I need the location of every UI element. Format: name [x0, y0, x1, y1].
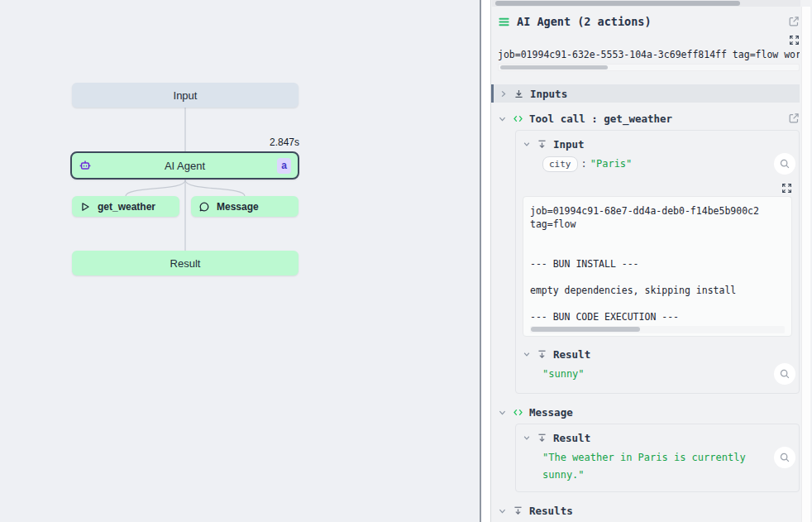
run-details-panel: AI Agent (2 actions) job=019 [490, 0, 812, 522]
tool-result-label: Result [553, 348, 590, 361]
tool-result-row: "sunny" [542, 366, 792, 386]
node-ai-agent[interactable]: AI Agent a [70, 151, 299, 180]
flow-canvas[interactable]: Input 2.847s AI Agent a get_weather [0, 0, 480, 522]
code-icon [513, 113, 523, 124]
tool-log-box: job=01994c91-68e7-dd4a-deb0-f14be5b900c2… [523, 196, 792, 337]
tool-log-scrollbar-thumb[interactable] [531, 327, 640, 332]
panel-resize-handle[interactable] [481, 0, 490, 522]
tool-log-text: job=01994c91-68e7-dd4a-deb0-f14be5b900c2… [530, 204, 785, 323]
panel-header: AI Agent (2 actions) [498, 13, 800, 30]
chevron-down-icon [523, 350, 531, 358]
chevron-down-icon [523, 140, 531, 148]
node-result-label: Result [170, 257, 201, 270]
chevron-down-icon [498, 408, 507, 417]
chevron-down-icon [498, 114, 507, 123]
agent-badge[interactable]: a [277, 158, 291, 174]
arrow-down-from-bar-icon [513, 505, 523, 516]
panel-top-scrollbar [492, 0, 800, 7]
inspect-value-button[interactable] [774, 153, 795, 175]
tool-call-body: Input city:"Paris" [515, 130, 800, 394]
message-title: Message [529, 406, 573, 419]
node-input-label: Input [174, 89, 198, 102]
tool-result-value: "sunny" [542, 368, 585, 380]
tool-input-label: Input [553, 138, 585, 151]
chevron-down-icon [498, 506, 507, 515]
message-result-label: Result [553, 432, 590, 444]
agent-duration: 2.847s [70, 136, 299, 148]
node-result[interactable]: Result [72, 251, 299, 275]
message-body: Result "The weather in Paris is currentl… [515, 424, 800, 492]
message-result-header[interactable]: Result [523, 430, 792, 445]
tool-log-scrollbar [530, 326, 785, 333]
robot-icon [79, 159, 92, 172]
code-icon [513, 407, 523, 418]
param-key-pill: city [542, 156, 578, 172]
inspect-result-button[interactable] [774, 363, 795, 385]
download-icon [513, 89, 524, 99]
node-ai-agent-label: AI Agent [72, 160, 298, 172]
section-inputs[interactable]: Inputs [491, 84, 800, 103]
section-message-header[interactable]: Message [498, 404, 800, 420]
param-value: "Paris" [590, 158, 633, 170]
expand-tool-log-button[interactable] [781, 182, 792, 194]
chevron-right-icon [499, 89, 508, 98]
message-result-row: "The weather in Paris is currently sunny… [542, 449, 792, 484]
section-tool-call-header[interactable]: Tool call : get_weather [498, 110, 800, 127]
node-input[interactable]: Input [72, 83, 299, 108]
message-result-value: "The weather in Paris is currently sunny… [542, 452, 746, 481]
tool-call-open-external-button[interactable] [788, 113, 800, 124]
agent-job-log: job=01994c91-632e-5553-104a-3c69eff814ff… [498, 49, 800, 61]
tool-input-header[interactable]: Input [523, 136, 792, 151]
panel-title: AI Agent (2 actions) [517, 15, 652, 28]
tool-result-header[interactable]: Result [523, 347, 792, 362]
panel-vertical-scrollbar[interactable] [801, 7, 810, 522]
results-label: Results [529, 505, 573, 517]
flow-list-icon [498, 16, 510, 28]
section-results-header[interactable]: Results [498, 502, 800, 519]
expand-log-button[interactable] [789, 34, 800, 45]
tool-call-title: Tool call : get_weather [529, 113, 672, 125]
inspect-message-result-button[interactable] [774, 447, 795, 468]
tool-input-param-row: city:"Paris" [542, 156, 792, 175]
node-get-weather[interactable]: get_weather [72, 196, 179, 217]
message-bubble-icon [198, 201, 210, 213]
arrow-down-from-bar-icon [537, 349, 547, 360]
agent-log-scrollbar [498, 64, 800, 71]
panel-content: AI Agent (2 actions) job=019 [498, 7, 800, 522]
arrow-down-from-bar-icon [537, 139, 547, 150]
open-external-button[interactable] [788, 16, 800, 27]
node-message[interactable]: Message [191, 196, 299, 217]
node-message-label: Message [217, 201, 259, 213]
panel-top-scrollbar-thumb[interactable] [495, 1, 740, 6]
node-get-weather-label: get_weather [98, 201, 155, 213]
inputs-label: Inputs [530, 88, 567, 100]
arrow-down-from-bar-icon [537, 433, 547, 443]
play-icon [79, 201, 91, 213]
agent-log-scrollbar-thumb[interactable] [500, 65, 608, 69]
chevron-down-icon [523, 433, 531, 442]
